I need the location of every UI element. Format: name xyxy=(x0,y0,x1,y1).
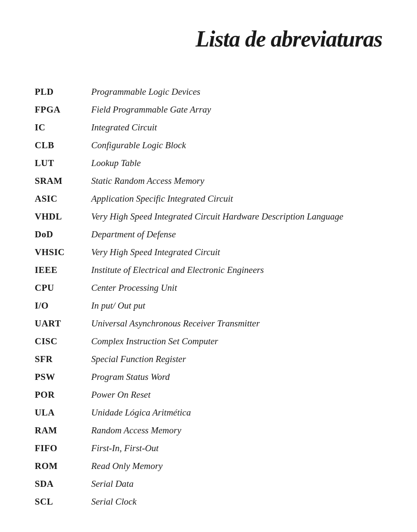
table-row: LUTLookup Table xyxy=(35,155,382,171)
abbr-description: Random Access Memory xyxy=(91,422,382,439)
abbr-description: Center Processing Unit xyxy=(91,280,382,296)
abbr-description: Department of Defense xyxy=(91,226,382,243)
table-row: SDASerial Data xyxy=(35,476,382,492)
abbr-code: FPGA xyxy=(35,102,91,118)
abbr-code: VHDL xyxy=(35,209,91,225)
abbr-description: Integrated Circuit xyxy=(91,120,382,136)
table-row: FIFOFirst-In, First-Out xyxy=(35,440,382,456)
abbr-code: VHSIC xyxy=(35,244,91,260)
table-row: VHSICVery High Speed Integrated Circuit xyxy=(35,244,382,260)
abbr-description: Serial Clock xyxy=(91,494,382,510)
abbr-description: Field Programmable Gate Array xyxy=(91,102,382,118)
abbr-code: PLD xyxy=(35,84,91,100)
abbr-description: Static Random Access Memory xyxy=(91,173,382,189)
table-row: PORPower On Reset xyxy=(35,387,382,403)
abbr-description: Program Status Word xyxy=(91,369,382,385)
table-row: DoDDepartment of Defense xyxy=(35,226,382,243)
abbr-code: CLB xyxy=(35,137,91,153)
table-row: UARTUniversal Asynchronous Receiver Tran… xyxy=(35,316,382,332)
abbr-code: DoD xyxy=(35,226,91,243)
abbr-code: IEEE xyxy=(35,262,91,278)
abbr-code: CISC xyxy=(35,333,91,349)
table-row: SFRSpecial Function Register xyxy=(35,351,382,367)
abbr-description: Complex Instruction Set Computer xyxy=(91,333,382,349)
table-row: SCLSerial Clock xyxy=(35,494,382,510)
abbr-description: Unidade Lógica Aritmética xyxy=(91,405,382,421)
table-row: IEEEInstitute of Electrical and Electron… xyxy=(35,262,382,278)
abbr-description: Read Only Memory xyxy=(91,458,382,474)
page-title: Lista de abreviaturas xyxy=(35,26,382,52)
abbr-description: Configurable Logic Block xyxy=(91,137,382,153)
table-row: ULAUnidade Lógica Aritmética xyxy=(35,405,382,421)
table-row: ASICApplication Specific Integrated Circ… xyxy=(35,191,382,207)
abbr-description: In put/ Out put xyxy=(91,298,382,314)
abbr-code: SFR xyxy=(35,351,91,367)
abbr-code: UART xyxy=(35,316,91,332)
table-row: PSWProgram Status Word xyxy=(35,369,382,385)
abbr-code: I/O xyxy=(35,298,91,314)
table-row: SRAMStatic Random Access Memory xyxy=(35,173,382,189)
abbr-code: CPU xyxy=(35,280,91,296)
table-row: RAMRandom Access Memory xyxy=(35,422,382,439)
abbr-description: Power On Reset xyxy=(91,387,382,403)
abbreviation-list: PLDProgrammable Logic DevicesFPGAField P… xyxy=(35,82,382,512)
table-row: ICIntegrated Circuit xyxy=(35,120,382,136)
abbr-code: POR xyxy=(35,387,91,403)
abbr-code: ULA xyxy=(35,405,91,421)
abbr-code: FIFO xyxy=(35,440,91,456)
abbr-description: Lookup Table xyxy=(91,155,382,171)
abbr-description: Very High Speed Integrated Circuit xyxy=(91,244,382,260)
abbr-description: Very High Speed Integrated Circuit Hardw… xyxy=(91,209,382,225)
abbr-code: SDA xyxy=(35,476,91,492)
abbr-code: ASIC xyxy=(35,191,91,207)
table-row: CLBConfigurable Logic Block xyxy=(35,137,382,153)
abbr-code: LUT xyxy=(35,155,91,171)
table-row: CPUCenter Processing Unit xyxy=(35,280,382,296)
abbr-code: RAM xyxy=(35,422,91,439)
abbr-description: Institute of Electrical and Electronic E… xyxy=(91,262,382,278)
abbr-description: Programmable Logic Devices xyxy=(91,84,382,100)
abbr-description: Special Function Register xyxy=(91,351,382,367)
table-row: I/OIn put/ Out put xyxy=(35,298,382,314)
table-row: ROMRead Only Memory xyxy=(35,458,382,474)
abbr-code: ROM xyxy=(35,458,91,474)
abbr-description: Serial Data xyxy=(91,476,382,492)
table-row: PLDProgrammable Logic Devices xyxy=(35,84,382,100)
abbr-description: Application Specific Integrated Circuit xyxy=(91,191,382,207)
table-row: CISCComplex Instruction Set Computer xyxy=(35,333,382,349)
abbr-description: Universal Asynchronous Receiver Transmit… xyxy=(91,316,382,332)
abbr-description: First-In, First-Out xyxy=(91,440,382,456)
abbr-code: PSW xyxy=(35,369,91,385)
abbr-code: SCL xyxy=(35,494,91,510)
abbr-code: SRAM xyxy=(35,173,91,189)
table-row: FPGAField Programmable Gate Array xyxy=(35,102,382,118)
table-row: VHDLVery High Speed Integrated Circuit H… xyxy=(35,209,382,225)
abbr-code: IC xyxy=(35,120,91,136)
